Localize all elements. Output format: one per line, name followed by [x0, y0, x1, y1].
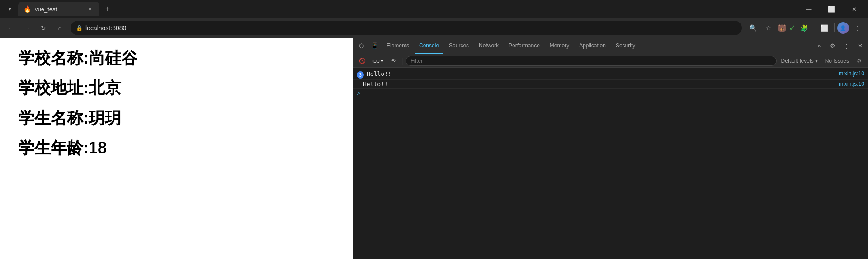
menu-button[interactable]: ⋮ [850, 21, 864, 35]
close-window-button[interactable]: ✕ [844, 2, 864, 16]
secure-icon: 🔒 [76, 25, 83, 31]
reload-button[interactable]: ↻ [36, 21, 51, 35]
school-address-line: 学校地址:北京 [18, 77, 335, 99]
context-dropdown-icon: ▾ [381, 58, 383, 64]
main-area: 学校名称:尚硅谷 学校地址:北京 学生名称:玥玥 学生年龄:18 ⬡ 📱 Ele… [0, 38, 868, 259]
extensions-button[interactable]: 🧩 [797, 21, 811, 35]
address-bar[interactable]: 🔒 localhost:8080 [71, 21, 742, 35]
console-output: 3 Hello!! mixin.js:10 Hello!! mixin.js:1… [353, 68, 868, 259]
tab-bar: ▾ 🔥 vue_test × + — ⬜ ✕ [0, 0, 868, 18]
back-button[interactable]: ← [4, 21, 18, 35]
school-name-line: 学校名称:尚硅谷 [18, 47, 335, 69]
devtools-more-options-button[interactable]: ⋮ [840, 40, 853, 52]
devtools-toolbar: ⬡ 📱 Elements Console Sources Network Per… [353, 38, 868, 54]
student-name-line: 学生名称:玥玥 [18, 107, 335, 130]
maximize-button[interactable]: ⬜ [821, 2, 842, 16]
tab-favicon: 🔥 [24, 5, 31, 13]
momentum-extension-icon[interactable]: ✓ [789, 23, 796, 33]
issues-settings-button[interactable]: ⚙ [854, 56, 864, 66]
home-button[interactable]: ⌂ [52, 21, 67, 35]
browser-chrome: ▾ 🔥 vue_test × + — ⬜ ✕ ← → ↻ ⌂ 🔒 localho… [0, 0, 868, 38]
console-text-1: Hello!! [367, 70, 839, 77]
default-levels-button[interactable]: Default levels ▾ [778, 57, 821, 65]
sidebar-button[interactable]: ⬜ [817, 21, 831, 35]
tab-network[interactable]: Network [474, 38, 503, 54]
no-issues-label: No Issues [825, 58, 849, 64]
nav-divider [814, 23, 814, 32]
tab-memory[interactable]: Memory [545, 38, 574, 54]
url-text: localhost:8080 [85, 24, 736, 32]
tab-application[interactable]: Application [575, 38, 610, 54]
console-toolbar: 🚫 top ▾ 👁 | Default levels ▾ No Issues ⚙ [353, 54, 868, 68]
console-badge-1: 3 [357, 71, 364, 79]
console-text-2: Hello!! [363, 81, 839, 88]
console-entry-1: 3 Hello!! mixin.js:10 [353, 69, 868, 80]
student-age-line: 学生年龄:18 [18, 137, 335, 159]
context-label: top [372, 58, 380, 64]
tab-elements[interactable]: Elements [382, 38, 414, 54]
profile-icon[interactable]: 👤 [837, 22, 849, 34]
console-link-1[interactable]: mixin.js:10 [839, 70, 864, 77]
devtools-close-button[interactable]: ✕ [854, 40, 866, 52]
console-link-2[interactable]: mixin.js:10 [839, 81, 864, 87]
new-tab-button[interactable]: + [101, 3, 114, 15]
tab-sources[interactable]: Sources [444, 38, 473, 54]
default-levels-arrow: ▾ [815, 58, 818, 64]
console-eye-button[interactable]: 👁 [388, 56, 399, 66]
context-selector[interactable]: top ▾ [369, 57, 386, 65]
page-content: 学校名称:尚硅谷 学校地址:北京 学生名称:玥玥 学生年龄:18 [0, 38, 353, 259]
console-entry-2: Hello!! mixin.js:10 [353, 80, 868, 89]
prompt-chevron: > [357, 90, 360, 97]
devtools-more-tabs-button[interactable]: » [813, 40, 826, 52]
nav-bar: ← → ↻ ⌂ 🔒 localhost:8080 🔍 ☆ 🐻 ✓ 🧩 ⬜ 👤 ⋮ [0, 18, 868, 38]
tab-title: vue_test [35, 6, 82, 13]
toolbar-separator: | [401, 57, 403, 65]
tab-dropdown-button[interactable]: ▾ [4, 3, 16, 15]
devtools-more-controls: » ⚙ ⋮ ✕ [813, 40, 866, 52]
default-levels-label: Default levels [781, 58, 814, 64]
devtools-inspect-button[interactable]: ⬡ [355, 40, 368, 52]
search-button[interactable]: 🔍 [745, 21, 760, 35]
devtools-panel: ⬡ 📱 Elements Console Sources Network Per… [353, 38, 868, 259]
tab-security[interactable]: Security [611, 38, 640, 54]
console-clear-button[interactable]: 🚫 [357, 56, 368, 66]
bookmark-button[interactable]: ☆ [761, 21, 775, 35]
filter-input[interactable] [406, 56, 776, 66]
minimize-button[interactable]: — [798, 2, 819, 16]
console-prompt-area: > [353, 89, 868, 97]
tab-performance[interactable]: Performance [504, 38, 544, 54]
tab-console[interactable]: Console [415, 38, 443, 54]
nav-right-controls: 🔍 ☆ 🐻 ✓ 🧩 ⬜ 👤 ⋮ [745, 21, 864, 35]
no-issues-button[interactable]: No Issues [822, 57, 852, 65]
devtools-device-button[interactable]: 📱 [368, 40, 381, 52]
devtools-settings-button[interactable]: ⚙ [826, 40, 839, 52]
tab-bar-right: — ⬜ ✕ [798, 2, 864, 16]
nav-divider-2 [834, 23, 835, 32]
tab-bar-left: ▾ 🔥 vue_test × + [4, 2, 114, 16]
forward-button[interactable]: → [20, 21, 34, 35]
tab-close-button[interactable]: × [86, 5, 94, 13]
grammarly-extension-icon[interactable]: 🐻 [776, 22, 788, 34]
active-tab[interactable]: 🔥 vue_test × [18, 2, 99, 16]
